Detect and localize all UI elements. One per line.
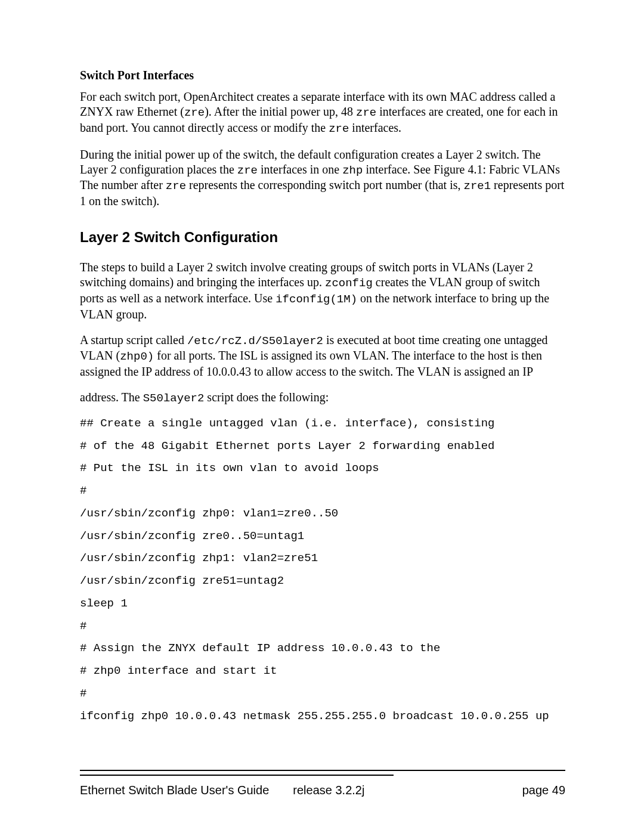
paragraph: address. The S50layer2 script does the f…	[80, 390, 565, 406]
footer-page-number: page 49	[522, 784, 565, 797]
code-line: /usr/sbin/zconfig zhp0: vlan1=zre0..50	[80, 507, 565, 521]
code-line: ## Create a single untagged vlan (i.e. i…	[80, 417, 565, 431]
code-line: ifconfig zhp0 10.0.0.43 netmask 255.255.…	[80, 710, 565, 724]
page-footer: Ethernet Switch Blade User's Guide relea…	[80, 784, 565, 797]
code-line: # of the 48 Gigabit Ethernet ports Layer…	[80, 439, 565, 454]
inline-code: ifconfig(1M)	[275, 293, 357, 306]
text: represents the corresponding switch port…	[186, 178, 463, 191]
heading-layer2-switch-configuration: Layer 2 Switch Configuration	[80, 229, 565, 246]
code-line: /usr/sbin/zconfig zhp1: vlan2=zre51	[80, 552, 565, 566]
inline-code: /etc/rcZ.d/S50layer2	[187, 335, 323, 348]
code-line: # Put the ISL in its own vlan to avoid l…	[80, 462, 565, 476]
inline-code: S50layer2	[143, 392, 205, 405]
text: address. The	[80, 391, 143, 404]
code-line: # Assign the ZNYX default IP address 10.…	[80, 642, 565, 656]
inline-code: zre	[166, 179, 186, 193]
text: ). After the initial power up, 48	[205, 105, 356, 118]
code-line: # zhp0 interface and start it	[80, 664, 565, 679]
inline-code: zre1	[464, 179, 491, 193]
code-line: sleep 1	[80, 597, 565, 611]
section-heading-switch-port-interfaces: Switch Port Interfaces	[80, 69, 565, 82]
inline-code: zconfig	[325, 277, 373, 290]
inline-code: zre	[329, 122, 349, 135]
text: interfaces.	[349, 121, 401, 134]
paragraph: The steps to build a Layer 2 switch invo…	[80, 260, 565, 322]
inline-code: zre	[356, 106, 376, 119]
inline-code: zhp	[342, 164, 363, 177]
footer-divider	[80, 770, 565, 771]
paragraph: A startup script called /etc/rcZ.d/S50la…	[80, 333, 565, 380]
code-line: #	[80, 484, 565, 498]
text: script does the following:	[204, 391, 329, 404]
footer-release: release 3.2.2j	[293, 784, 364, 797]
code-line: /usr/sbin/zconfig zre0..50=untag1	[80, 529, 565, 544]
code-line: #	[80, 687, 565, 701]
code-line: #	[80, 620, 565, 634]
footer-doc-title: Ethernet Switch Blade User's Guide	[80, 784, 269, 797]
paragraph: For each switch port, OpenArchitect crea…	[80, 89, 565, 137]
document-page: Switch Port Interfaces For each switch p…	[0, 0, 644, 833]
footer-divider	[80, 775, 394, 776]
paragraph: During the initial power up of the switc…	[80, 147, 565, 209]
inline-code: zre	[237, 164, 258, 177]
text: A startup script called	[80, 333, 187, 346]
code-line: /usr/sbin/zconfig zre51=untag2	[80, 574, 565, 589]
inline-code: zre	[184, 106, 205, 119]
inline-code: zhp0)	[120, 350, 154, 363]
text: interfaces in one	[258, 163, 342, 176]
footer-left: Ethernet Switch Blade User's Guide relea…	[80, 784, 364, 797]
